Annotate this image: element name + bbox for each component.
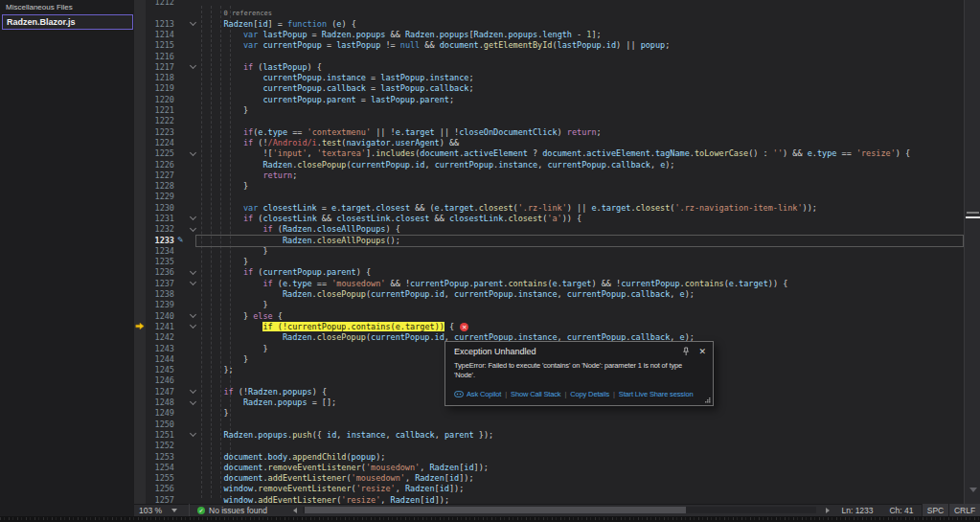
code-line[interactable]: 1237 if (e.type == 'mousedown' && !curre… [134, 278, 964, 288]
glyph-margin-cell[interactable] [134, 451, 146, 462]
line-number[interactable]: 1220 [146, 95, 177, 104]
line-number[interactable]: 1212 [146, 0, 177, 7]
code-line[interactable]: 1235 } [134, 257, 964, 267]
line-number[interactable]: 1257 [146, 495, 177, 504]
line-number[interactable]: 1255 [146, 473, 177, 483]
code-line[interactable]: 1221 } [134, 104, 964, 115]
close-icon[interactable]: ✕ [698, 348, 706, 356]
code-line[interactable]: 1230 var closestLink = e.target.closest … [134, 202, 964, 213]
line-number[interactable]: 1217 [146, 62, 177, 72]
line-number[interactable]: 1256 [146, 484, 177, 493]
glyph-margin-cell[interactable] [134, 116, 146, 126]
project-dropdown-label[interactable]: Miscellaneous Files [6, 3, 73, 11]
code-line[interactable]: 1216 [134, 51, 964, 61]
code-line[interactable]: 1213 Radzen[id] = function (e) { [134, 18, 964, 29]
line-number[interactable]: 1245 [146, 365, 177, 374]
glyph-margin-cell[interactable] [134, 170, 146, 180]
code-line[interactable]: 1227 return; [134, 170, 964, 180]
line-number[interactable]: 1213 [146, 19, 177, 29]
glyph-margin-cell[interactable] [134, 40, 146, 51]
glyph-margin-cell[interactable] [134, 159, 146, 170]
line-number[interactable]: 1253 [146, 452, 177, 462]
line-number[interactable]: 1254 [146, 463, 177, 472]
line-number[interactable]: 1228 [146, 181, 177, 191]
line-number[interactable]: 1214 [146, 30, 177, 39]
glyph-margin-cell[interactable] [134, 29, 146, 39]
code-line[interactable]: 1217 if (lastPopup) { [134, 61, 964, 72]
glyph-margin-cell[interactable] [134, 288, 146, 299]
glyph-margin-cell[interactable] [134, 343, 146, 353]
line-number[interactable]: 1236 [146, 267, 177, 277]
code-line[interactable]: 1239 } [134, 300, 964, 310]
fold-chevron-icon[interactable] [187, 325, 198, 328]
code-line[interactable]: 1222 [134, 116, 964, 126]
code-line[interactable]: 1254 document.removeEventListener('mouse… [134, 462, 964, 472]
code-line[interactable]: 1241 if (!currentPopup.contains(e.target… [134, 321, 964, 331]
line-number[interactable]: 1252 [146, 441, 177, 450]
vertical-scrollbar[interactable] [964, 0, 980, 504]
glyph-margin-cell[interactable] [134, 0, 146, 8]
glyph-margin-cell[interactable] [134, 51, 146, 61]
glyph-margin-cell[interactable] [134, 494, 146, 504]
glyph-margin-cell[interactable] [134, 365, 146, 375]
code-line[interactable]: 1229 [134, 192, 964, 202]
line-number[interactable]: 1219 [146, 83, 177, 93]
fold-chevron-icon[interactable] [187, 433, 198, 436]
glyph-margin-cell[interactable] [134, 192, 146, 202]
code-line[interactable]: 1218 currentPopup.instance = lastPopup.i… [134, 72, 964, 82]
line-number[interactable]: 1227 [146, 170, 177, 180]
glyph-margin-cell[interactable] [134, 429, 146, 440]
code-line[interactable]: 1215 var currentPopup = lastPopup != nul… [134, 40, 964, 51]
glyph-margin-cell[interactable] [134, 353, 146, 364]
fold-chevron-icon[interactable] [187, 390, 198, 393]
fold-chevron-icon[interactable] [187, 22, 198, 25]
line-number[interactable]: 1241 [146, 322, 177, 331]
fold-chevron-icon[interactable] [187, 216, 198, 219]
zoom-selector[interactable]: 103 % [134, 504, 190, 516]
resize-grip[interactable] [704, 397, 711, 403]
line-number[interactable]: 1234 [146, 246, 177, 256]
document-health-indicator[interactable]: ✓ No issues found [197, 504, 267, 516]
code-editor[interactable]: 12120 references1213 Radzen[id] = functi… [134, 0, 964, 504]
status-line-number[interactable]: Ln: 1233 [833, 504, 881, 516]
line-number[interactable]: 1240 [146, 311, 177, 321]
line-number[interactable]: 1218 [146, 73, 177, 82]
scrollbar-down-arrow-icon[interactable] [969, 488, 977, 492]
glyph-margin-cell[interactable] [134, 224, 146, 235]
code-line[interactable]: 1226 Radzen.closePopup(currentPopup.id, … [134, 159, 964, 170]
glyph-margin-cell[interactable] [134, 18, 146, 29]
glyph-margin-cell[interactable] [134, 310, 146, 321]
code-line[interactable]: 1251 Radzen.popups.push({ id, instance, … [134, 429, 964, 440]
line-number[interactable]: 1247 [146, 387, 177, 397]
glyph-margin-cell[interactable] [134, 397, 146, 407]
glyph-margin-cell[interactable] [134, 137, 146, 148]
status-indent-mode[interactable]: SPC [922, 504, 948, 516]
line-number[interactable]: 1229 [146, 192, 177, 201]
line-number[interactable]: 1231 [146, 214, 177, 223]
line-number[interactable]: 1239 [146, 300, 177, 309]
code-line[interactable]: 1233✎ Radzen.closeAllPopups(); [134, 235, 964, 245]
line-number[interactable]: 1238 [146, 289, 177, 299]
line-number[interactable]: 1230 [146, 203, 177, 213]
horizontal-scrollbar-thumb[interactable] [305, 507, 686, 513]
pin-icon[interactable] [682, 347, 690, 356]
fold-chevron-icon[interactable] [187, 314, 198, 317]
fold-chevron-icon[interactable] [187, 282, 198, 284]
glyph-margin-cell[interactable] [134, 94, 146, 104]
fold-chevron-icon[interactable] [187, 228, 198, 231]
glyph-margin-cell[interactable] [134, 61, 146, 72]
glyph-margin-cell[interactable] [134, 278, 146, 288]
popup-action-show-call-stack[interactable]: Show Call Stack [511, 390, 560, 398]
scrollbar-right-arrow-icon[interactable] [826, 508, 830, 513]
code-line[interactable]: 1250 [134, 419, 964, 429]
fold-chevron-icon[interactable] [187, 65, 198, 68]
line-number[interactable]: 1251 [146, 430, 177, 440]
line-number[interactable]: 1246 [146, 375, 177, 385]
line-number[interactable]: 1237 [146, 279, 177, 288]
glyph-margin-cell[interactable] [134, 462, 146, 472]
code-line[interactable]: 1225 !['input', 'textarea'].includes(doc… [134, 148, 964, 159]
glyph-margin-cell[interactable] [134, 83, 146, 94]
file-dropdown[interactable]: Radzen.Blazor.js [2, 14, 133, 30]
line-number[interactable]: 1221 [146, 105, 177, 115]
codelens-references[interactable]: 0 references [223, 10, 272, 17]
